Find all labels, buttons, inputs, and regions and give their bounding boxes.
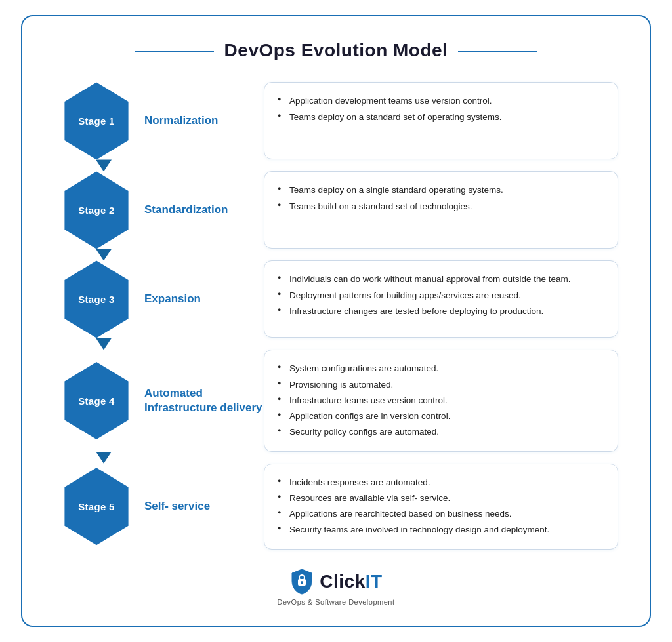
- connector-2: [96, 249, 112, 260]
- logo-subtitle: DevOps & Software Development: [278, 598, 395, 606]
- stage-name-area-1: Normalization: [139, 82, 264, 159]
- stage-list-1: Application development teams use versio…: [278, 93, 604, 125]
- stage-4-point-5: Security policy configs are automated.: [278, 424, 604, 440]
- stage-5-point-1: Incidents responses are automated.: [278, 475, 604, 491]
- hexagon-wrapper-3: Stage 3: [54, 260, 139, 338]
- svg-rect-2: [301, 581, 303, 584]
- stage-card-5: Incidents responses are automated.Resour…: [264, 464, 618, 550]
- stages-list: Stage 1NormalizationApplication developm…: [54, 82, 618, 549]
- stage-2-point-1: Teams deploy on a single standard operat…: [278, 182, 604, 198]
- stage-name-3: Expansion: [144, 292, 201, 306]
- stage-5-point-3: Applications are rearchitected based on …: [278, 506, 604, 522]
- hexagon-3: Stage 3: [61, 260, 132, 338]
- stage-4-point-1: System configurations are automated.: [278, 361, 604, 376]
- logo-text: ClickIT: [320, 571, 382, 592]
- hexagon-wrapper-1: Stage 1: [54, 82, 139, 159]
- connector-3: [96, 338, 112, 350]
- hexagon-4: Stage 4: [61, 362, 132, 439]
- stage-name-area-4: Automated Infrastructure delivery: [139, 350, 264, 451]
- hexagon-wrapper-2: Stage 2: [54, 171, 139, 249]
- stage-card-1: Application development teams use versio…: [264, 82, 618, 159]
- footer-logo: ClickIT DevOps & Software Development: [54, 568, 618, 606]
- stage-row-4: Stage 4Automated Infrastructure delivery…: [54, 350, 618, 451]
- stage-3-point-3: Infrastructure changes are tested before…: [278, 304, 604, 319]
- connector-4: [96, 452, 112, 464]
- stage-row-1: Stage 1NormalizationApplication developm…: [54, 82, 618, 159]
- page-container: DevOps Evolution Model Stage 1Normalizat…: [21, 15, 651, 626]
- stage-1-point-2: Teams deploy on a standard set of operat…: [278, 110, 604, 125]
- stage-list-2: Teams deploy on a single standard operat…: [278, 182, 604, 214]
- clickit-logo-icon: [289, 568, 314, 595]
- stage-row-5: Stage 5Self- serviceIncidents responses …: [54, 464, 618, 550]
- stage-card-3: Individuals can do work without manual a…: [264, 260, 618, 338]
- stage-name-area-3: Expansion: [139, 260, 264, 338]
- stage-card-4: System configurations are automated.Prov…: [264, 350, 618, 451]
- stage-4-point-4: Application configs are in version contr…: [278, 409, 604, 424]
- stage-name-5: Self- service: [144, 499, 210, 513]
- stage-row-3: Stage 3ExpansionIndividuals can do work …: [54, 260, 618, 338]
- stage-list-4: System configurations are automated.Prov…: [278, 361, 604, 440]
- hexagon-wrapper-4: Stage 4: [54, 350, 139, 451]
- hexagon-5: Stage 5: [61, 468, 132, 545]
- stage-name-4: Automated Infrastructure delivery: [144, 386, 264, 415]
- stage-name-area-2: Standardization: [139, 171, 264, 249]
- hexagon-1: Stage 1: [61, 82, 132, 159]
- hexagon-wrapper-5: Stage 5: [54, 464, 139, 550]
- stage-5-point-4: Security teams are involved in technolog…: [278, 522, 604, 538]
- stage-name-1: Normalization: [144, 113, 218, 128]
- hexagon-2: Stage 2: [61, 171, 132, 249]
- stage-name-area-5: Self- service: [139, 464, 264, 550]
- stage-card-2: Teams deploy on a single standard operat…: [264, 171, 618, 249]
- stage-3-point-1: Individuals can do work without manual a…: [278, 271, 604, 287]
- stage-name-2: Standardization: [144, 203, 228, 217]
- stage-list-3: Individuals can do work without manual a…: [278, 271, 604, 319]
- stage-4-point-2: Provisioning is automated.: [278, 377, 604, 393]
- stage-3-point-2: Deployment patterns for building apps/se…: [278, 288, 604, 304]
- logo-row: ClickIT: [289, 568, 382, 595]
- stage-row-2: Stage 2StandardizationTeams deploy on a …: [54, 171, 618, 249]
- stage-5-point-2: Resources are available via self- servic…: [278, 491, 604, 506]
- stage-list-5: Incidents responses are automated.Resour…: [278, 475, 604, 538]
- logo-highlight: IT: [366, 571, 383, 592]
- stage-4-point-3: Infrastructure teams use version control…: [278, 393, 604, 409]
- page-title: DevOps Evolution Model: [54, 40, 618, 61]
- stage-1-point-1: Application development teams use versio…: [278, 93, 604, 109]
- connector-1: [96, 159, 112, 171]
- stage-2-point-2: Teams build on a standard set of technol…: [278, 199, 604, 214]
